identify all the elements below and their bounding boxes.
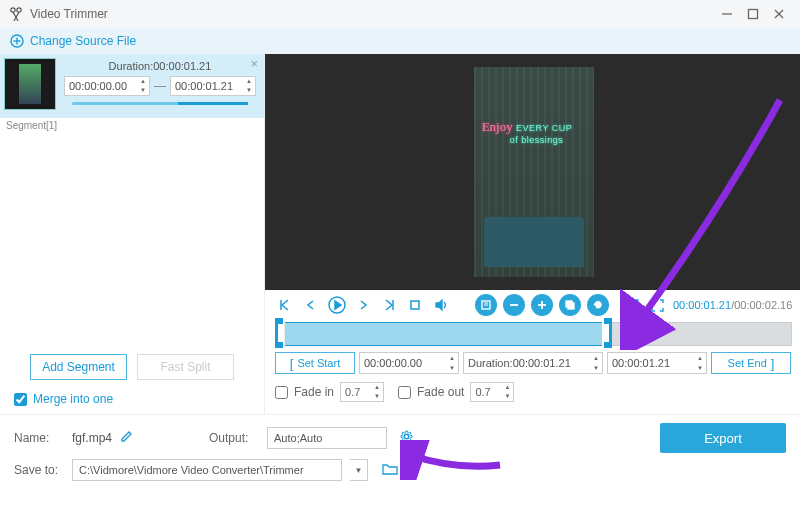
- app-title: Video Trimmer: [30, 7, 714, 21]
- svg-rect-13: [411, 301, 419, 309]
- svg-marker-25: [604, 318, 612, 348]
- merge-checkbox-row[interactable]: Merge into one: [0, 388, 264, 414]
- output-value[interactable]: Auto;Auto: [267, 427, 387, 449]
- dash-icon: —: [154, 79, 166, 93]
- svg-point-1: [17, 8, 21, 12]
- spin-up-icon[interactable]: ▲: [243, 77, 255, 86]
- name-label: Name:: [14, 431, 64, 445]
- save-path-input[interactable]: C:\Vidmore\Vidmore Video Converter\Trimm…: [72, 459, 342, 481]
- step-back-icon[interactable]: [301, 295, 321, 315]
- preview-panel: Enjoy EVERY CUP of blessings: [265, 54, 800, 414]
- edit-name-icon[interactable]: [120, 430, 133, 446]
- segment-item[interactable]: Duration:00:00:01.21 00:00:00.00 ▲▼ — 00…: [0, 54, 264, 118]
- trim-handle-start[interactable]: [275, 318, 285, 348]
- output-label: Output:: [209, 431, 259, 445]
- play-button[interactable]: [327, 295, 347, 315]
- goto-start-icon[interactable]: [275, 295, 295, 315]
- fade-row: Fade in 0.7▲▼ Fade out 0.7▲▼: [265, 380, 800, 404]
- segment-close-icon[interactable]: ×: [250, 56, 258, 71]
- app-icon: [8, 6, 24, 22]
- stop-icon[interactable]: [405, 295, 425, 315]
- save-to-label: Save to:: [14, 463, 64, 477]
- set-end-button[interactable]: Set End]: [711, 352, 791, 374]
- change-source-label: Change Source File: [30, 34, 136, 48]
- fade-out-value[interactable]: 0.7▲▼: [470, 382, 514, 402]
- add-round-button[interactable]: [531, 294, 553, 316]
- fade-out-label: Fade out: [417, 385, 464, 399]
- fullscreen-icon[interactable]: [647, 295, 667, 315]
- segments-panel: Duration:00:00:01.21 00:00:00.00 ▲▼ — 00…: [0, 54, 265, 414]
- bottom-bar: Name: fgf.mp4 Output: Auto;Auto Export S…: [0, 414, 800, 495]
- duration-input[interactable]: Duration:00:00:01.21▲▼: [463, 352, 603, 374]
- svg-marker-24: [275, 318, 283, 348]
- edit-round-button[interactable]: [475, 294, 497, 316]
- set-start-button[interactable]: [Set Start: [275, 352, 355, 374]
- fast-split-button[interactable]: Fast Split: [137, 354, 234, 380]
- open-folder-icon[interactable]: [382, 462, 398, 479]
- maximize-button[interactable]: [740, 1, 766, 27]
- time-readout: 00:00:01.21/00:00:02.16: [673, 299, 792, 311]
- segment-label: Segment[1]: [0, 118, 264, 133]
- svg-point-0: [11, 8, 15, 12]
- svg-rect-22: [568, 303, 574, 309]
- svg-marker-23: [629, 302, 634, 308]
- add-segment-button[interactable]: Add Segment: [30, 354, 127, 380]
- segment-info: Duration:00:00:01.21 00:00:00.00 ▲▼ — 00…: [56, 58, 264, 110]
- fade-in-checkbox[interactable]: [275, 386, 288, 399]
- export-button[interactable]: Export: [660, 423, 786, 453]
- segment-thumbnail: [4, 58, 56, 110]
- close-button[interactable]: [766, 1, 792, 27]
- segment-end-input[interactable]: 00:00:01.21 ▲▼: [170, 76, 256, 96]
- video-preview: Enjoy EVERY CUP of blessings: [265, 54, 800, 290]
- step-forward-icon[interactable]: [353, 295, 373, 315]
- spin-down-icon[interactable]: ▼: [137, 86, 149, 95]
- goto-end-icon[interactable]: [379, 295, 399, 315]
- remove-round-button[interactable]: [503, 294, 525, 316]
- fade-in-label: Fade in: [294, 385, 334, 399]
- svg-marker-11: [335, 301, 341, 309]
- segment-duration: Duration:00:00:01.21: [64, 60, 256, 72]
- trim-inputs-row: [Set Start 00:00:00.00▲▼ Duration:00:00:…: [265, 352, 800, 380]
- copy-round-button[interactable]: [559, 294, 581, 316]
- volume-icon[interactable]: [431, 295, 451, 315]
- main-area: Duration:00:00:01.21 00:00:00.00 ▲▼ — 00…: [0, 54, 800, 414]
- trim-selection: [277, 322, 608, 346]
- spin-down-icon[interactable]: ▼: [243, 86, 255, 95]
- plus-circle-icon: [10, 34, 24, 48]
- change-source-row[interactable]: Change Source File: [0, 28, 800, 54]
- minimize-button[interactable]: [714, 1, 740, 27]
- fade-in-value[interactable]: 0.7▲▼: [340, 382, 384, 402]
- segment-progress: [72, 102, 248, 105]
- fade-out-checkbox[interactable]: [398, 386, 411, 399]
- trim-timeline[interactable]: [275, 322, 792, 346]
- merge-checkbox[interactable]: [14, 393, 27, 406]
- end-time-input[interactable]: 00:00:01.21▲▼: [607, 352, 707, 374]
- output-settings-icon[interactable]: [399, 429, 414, 447]
- start-time-input[interactable]: 00:00:00.00▲▼: [359, 352, 459, 374]
- svg-marker-14: [436, 300, 442, 310]
- save-path-dropdown[interactable]: ▼: [350, 459, 368, 481]
- title-bar: Video Trimmer: [0, 0, 800, 28]
- segment-start-input[interactable]: 00:00:00.00 ▲▼: [64, 76, 150, 96]
- bracket-play-icon[interactable]: [621, 295, 641, 315]
- spin-up-icon[interactable]: ▲: [137, 77, 149, 86]
- playback-controls: 00:00:01.21/00:00:02.16: [265, 290, 800, 320]
- preview-frame: Enjoy EVERY CUP of blessings: [474, 67, 594, 277]
- name-value: fgf.mp4: [72, 431, 112, 445]
- svg-rect-3: [749, 10, 758, 19]
- trim-handle-end[interactable]: [602, 318, 612, 348]
- merge-label: Merge into one: [33, 392, 113, 406]
- reset-round-button[interactable]: [587, 294, 609, 316]
